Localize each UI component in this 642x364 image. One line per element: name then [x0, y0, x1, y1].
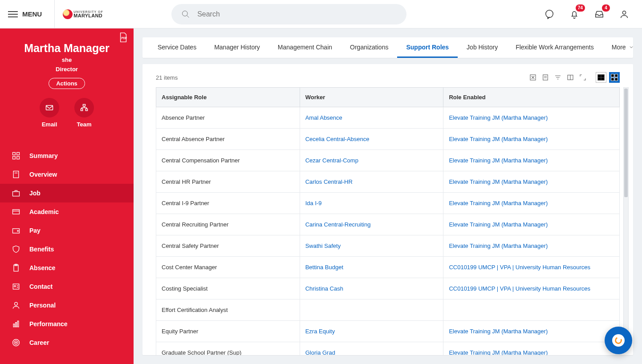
role-enabled-link[interactable]: Elevate Training JM (Martha Manager) — [449, 114, 548, 121]
nav-contact[interactable]: Contact — [0, 277, 134, 296]
brand-logo[interactable]: UNIVERSITY OF MARYLAND — [63, 9, 103, 19]
email-button[interactable]: Email — [40, 98, 59, 128]
role-enabled-link[interactable]: Elevate Training JM (Martha Manager) — [449, 349, 548, 355]
table-row: Central I-9 PartnerIda I-9Elevate Traini… — [156, 193, 620, 214]
hamburger-icon — [8, 11, 18, 17]
table-row: Graduate School Partner (Sup)Gloria Grad… — [156, 342, 620, 356]
grid-view-button[interactable] — [596, 72, 606, 83]
tab-organizations[interactable]: Organizations — [341, 37, 397, 58]
tab-more[interactable]: More — [603, 37, 633, 58]
inbox-button[interactable]: 4 — [593, 8, 605, 20]
search-input[interactable]: Search — [171, 4, 406, 24]
role-enabled-link[interactable]: Elevate Training JM (Martha Manager) — [449, 221, 548, 228]
svg-point-3 — [622, 11, 626, 14]
id-icon — [12, 282, 20, 291]
pdf-icon: PDF — [118, 32, 128, 43]
filter-button[interactable] — [553, 73, 563, 82]
role-enabled-link[interactable]: Elevate Training JM (Martha Manager) — [449, 243, 548, 249]
briefcase-icon — [12, 189, 20, 198]
export-pdf-button[interactable]: PDF — [118, 32, 128, 43]
tab-management-chain[interactable]: Management Chain — [269, 37, 341, 58]
worker-link[interactable]: Carlos Central-HR — [305, 178, 353, 185]
worker-link[interactable]: Carina Central-Recruiting — [305, 221, 371, 228]
cell-worker: Bettina Budget — [300, 257, 443, 278]
nav-academic[interactable]: Academic — [0, 202, 134, 221]
svg-rect-46 — [615, 74, 618, 77]
svg-point-30 — [13, 340, 20, 346]
side-nav: Summary Overview Job Academic Pay Benefi… — [0, 146, 134, 352]
cell-enabled: Elevate Training JM (Martha Manager) — [443, 214, 620, 235]
table-row: Central Safety PartnerSwathi SafetyEleva… — [156, 235, 620, 257]
tab-service-dates[interactable]: Service Dates — [149, 37, 205, 58]
worker-link[interactable]: Ezra Equity — [305, 328, 335, 335]
profile-pronoun: she — [7, 57, 126, 63]
team-button[interactable]: Team — [74, 98, 94, 128]
cell-worker: Amal Absence — [300, 107, 443, 129]
worker-link[interactable]: Bettina Budget — [305, 264, 343, 271]
nav-pay[interactable]: Pay — [0, 221, 134, 240]
svg-rect-15 — [13, 192, 20, 196]
card-icon — [12, 207, 20, 216]
target-icon — [12, 338, 20, 347]
role-enabled-link[interactable]: CC010199 UMCP | VPA | University Human R… — [449, 264, 590, 271]
nav-career[interactable]: Career — [0, 333, 134, 352]
role-enabled-link[interactable]: Elevate Training JM (Martha Manager) — [449, 328, 548, 335]
worker-link[interactable]: Amal Absence — [305, 114, 342, 121]
col-assignable-role[interactable]: Assignable Role — [156, 88, 300, 107]
help-fab[interactable] — [605, 327, 632, 354]
notifications-button[interactable]: 74 — [568, 8, 581, 20]
worker-link[interactable]: Cecelia Central-Absence — [305, 136, 370, 142]
table-row: Effort Certification Analyst — [156, 299, 620, 321]
tab-job-history[interactable]: Job History — [458, 37, 507, 58]
col-worker[interactable]: Worker — [300, 88, 443, 107]
nav-job[interactable]: Job — [0, 184, 134, 202]
role-enabled-link[interactable]: Elevate Training JM (Martha Manager) — [449, 157, 548, 164]
cell-worker: Christina Cash — [300, 278, 443, 299]
tab-manager-history[interactable]: Manager History — [205, 37, 269, 58]
card-view-button[interactable] — [609, 72, 620, 83]
profile-name: Martha Manager — [7, 42, 126, 55]
fullscreen-button[interactable] — [578, 73, 588, 82]
vertical-scrollbar[interactable] — [623, 87, 629, 346]
chart-icon — [12, 320, 20, 328]
scrollbar-thumb[interactable] — [624, 89, 628, 197]
worker-link[interactable]: Cezar Central-Comp — [305, 157, 358, 164]
profile-button[interactable] — [618, 8, 630, 20]
nav-overview[interactable]: Overview — [0, 165, 134, 184]
menu-button[interactable]: MENU — [8, 10, 42, 18]
svg-rect-11 — [13, 157, 16, 159]
nav-personal[interactable]: Personal — [0, 296, 134, 315]
nav-absence[interactable]: Absence — [0, 259, 134, 277]
dashboard-icon — [12, 151, 20, 160]
columns-button[interactable] — [565, 73, 575, 82]
table-scroll[interactable]: Assignable Role Worker Role Enabled Abse… — [142, 87, 633, 355]
worker-link[interactable]: Ida I-9 — [305, 200, 322, 206]
export-doc-button[interactable] — [540, 73, 550, 82]
worker-link[interactable]: Christina Cash — [305, 285, 343, 292]
tab-flexible-work[interactable]: Flexible Work Arrangements — [507, 37, 603, 58]
worker-link[interactable]: Gloria Grad — [305, 349, 335, 355]
role-enabled-link[interactable]: Elevate Training JM (Martha Manager) — [449, 178, 548, 185]
role-enabled-link[interactable]: Elevate Training JM (Martha Manager) — [449, 136, 548, 142]
svg-rect-34 — [543, 75, 548, 80]
cell-enabled: CC010199 UMCP | VPA | University Human R… — [443, 257, 620, 278]
role-enabled-link[interactable]: CC010199 UMCP | VPA | University Human R… — [449, 285, 590, 292]
chat-button[interactable] — [543, 8, 556, 20]
svg-rect-16 — [13, 210, 20, 214]
tab-support-roles[interactable]: Support Roles — [397, 37, 458, 58]
nav-benefits[interactable]: Benefits — [0, 240, 134, 259]
cell-worker: Gloria Grad — [300, 342, 443, 356]
col-role-enabled[interactable]: Role Enabled — [443, 88, 620, 107]
expand-icon — [579, 73, 587, 81]
role-enabled-link[interactable]: Elevate Training JM (Martha Manager) — [449, 200, 548, 206]
export-excel-button[interactable] — [528, 73, 538, 82]
svg-point-2 — [546, 10, 553, 17]
item-count: 21 items — [156, 74, 178, 81]
svg-rect-47 — [611, 78, 614, 81]
worker-link[interactable]: Swathi Safety — [305, 243, 341, 249]
nav-summary[interactable]: Summary — [0, 146, 134, 165]
nav-performance[interactable]: Performance — [0, 315, 134, 333]
page-icon — [12, 170, 20, 179]
cell-worker: Cezar Central-Comp — [300, 150, 443, 171]
actions-button[interactable]: Actions — [49, 78, 85, 89]
